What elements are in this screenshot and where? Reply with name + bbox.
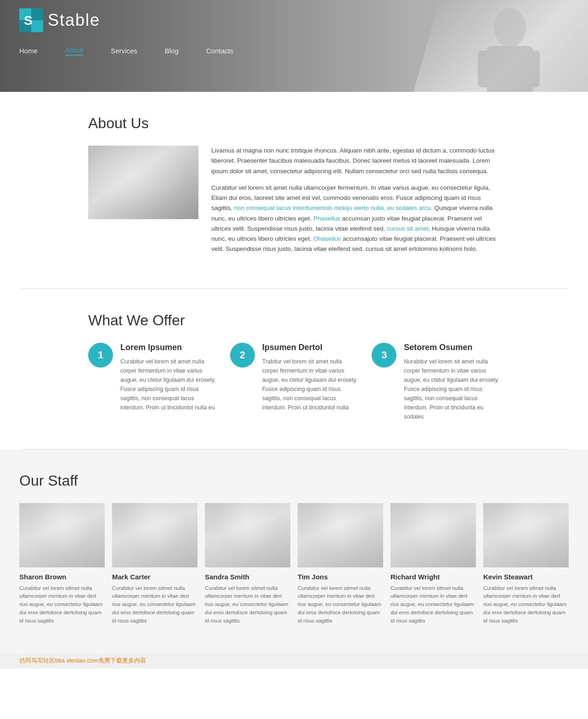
about-title: About Us: [88, 115, 500, 132]
svg-rect-2: [478, 51, 492, 87]
staff-desc-3: Curabitur vel lorem sitmet nulla ullamco…: [298, 584, 383, 625]
staff-name-1: Mark Carter: [112, 573, 198, 581]
offer-title: What We Offer: [88, 312, 500, 329]
about-link1[interactable]: non consequat lacus interdumertolo mokij…: [234, 204, 431, 211]
nav-item-blog[interactable]: Blog: [165, 47, 179, 55]
nav-item-home[interactable]: Home: [19, 47, 38, 55]
offer-desc-2: Trabitur vel lorem sit amet nulla corper…: [262, 357, 358, 412]
offer-section: What We Offer 1 Lorem Ipsumen Curabitur …: [69, 289, 519, 449]
offer-number-3: 3: [372, 343, 396, 368]
staff-item-4: Richard Wright Curabitur vel lorem sitme…: [390, 503, 476, 625]
about-text: Livamus at magna non nunc tristique rhon…: [211, 146, 500, 261]
offer-item-3: 3 Setorem Osumen Nurabitur vel lorem sit…: [372, 343, 500, 421]
offer-grid: 1 Lorem Ipsumen Curabitur vel lorem sit …: [88, 343, 500, 421]
staff-item-1: Mark Carter Curabitur vel lorem sitmet n…: [112, 503, 198, 625]
offer-number-1: 1: [88, 343, 113, 368]
about-link2[interactable]: Phasellus: [313, 215, 340, 222]
svg-rect-8: [31, 8, 43, 20]
offer-item-1: 1 Lorem Ipsumen Curabitur vel lorem sit …: [88, 343, 216, 421]
staff-photo-0: [19, 503, 105, 567]
main-nav: Home About Services Blog Contacts: [19, 46, 569, 56]
staff-photo-2: [205, 503, 290, 567]
staff-item-0: Sharon Brown Curabitur vel lorem sitmet …: [19, 503, 105, 625]
about-image: [88, 146, 198, 219]
staff-photo-inner-1: [112, 503, 198, 567]
staff-photo-inner-4: [390, 503, 476, 567]
watermark-text: 仿同鸟写社区bbs.xlenlao.com免费下载更多内容: [19, 657, 146, 664]
offer-text-2: Ipsumen Dertol Trabitur vel lorem sit am…: [262, 343, 358, 412]
svg-rect-3: [526, 51, 540, 87]
offer-text-1: Lorem Ipsumen Curabitur vel lorem sit am…: [120, 343, 216, 412]
logo-icon: S: [19, 8, 43, 32]
staff-photo-4: [390, 503, 476, 567]
staff-title: Our Staff: [19, 472, 569, 489]
nav-item-contacts[interactable]: Contacts: [206, 47, 233, 55]
about-section: About Us Livamus at magna non nunc trist…: [69, 92, 519, 289]
staff-desc-4: Curabitur vel lorem sitmet nulla ullamco…: [390, 584, 476, 625]
staff-name-5: Kevin Steawart: [483, 573, 569, 581]
about-para1: Livamus at magna non nunc tristique rhon…: [211, 146, 500, 176]
staff-photo-inner-0: [19, 503, 105, 567]
staff-grid: Sharon Brown Curabitur vel lorem sitmet …: [19, 503, 569, 625]
staff-desc-5: Curabitur vel lorem sitmet nulla ullamco…: [483, 584, 569, 625]
staff-photo-inner-2: [205, 503, 290, 567]
logo-area: S Stable: [19, 8, 569, 32]
staff-photo-inner-5: [483, 503, 569, 567]
logo-text: Stable: [48, 11, 100, 30]
staff-name-3: Tim Jons: [298, 573, 383, 581]
about-image-inner: [88, 146, 198, 219]
staff-item-2: Sandra Smith Curabitur vel lorem sitmet …: [205, 503, 290, 625]
nav-item-about[interactable]: About: [65, 46, 83, 56]
nav-item-services[interactable]: Services: [111, 47, 137, 55]
offer-heading-2: Ipsumen Dertol: [262, 343, 358, 352]
staff-photo-1: [112, 503, 198, 567]
staff-photo-5: [483, 503, 569, 567]
offer-item-2: 2 Ipsumen Dertol Trabitur vel lorem sit …: [230, 343, 358, 421]
about-link3[interactable]: cursus sit amet: [387, 225, 429, 232]
watermark: 仿同鸟写社区bbs.xlenlao.com免费下载更多内容: [0, 653, 588, 668]
svg-rect-6: [31, 20, 43, 32]
offer-number-2: 2: [230, 343, 255, 368]
staff-desc-0: Curabitur vel lorem sitmet nulla ullamco…: [19, 584, 105, 625]
about-para2: Curabitur vel lorem sit amet nulla ullam…: [211, 183, 500, 255]
staff-name-4: Richard Wright: [390, 573, 476, 581]
about-link4[interactable]: Ohasellus: [313, 235, 341, 242]
offer-text-3: Setorem Osumen Nurabitur vel lorem sit a…: [404, 343, 500, 421]
about-content: Livamus at magna non nunc tristique rhon…: [88, 146, 500, 261]
offer-desc-1: Curabitur vel lorem sit amet nulla corpe…: [120, 357, 216, 412]
staff-name-2: Sandra Smith: [205, 573, 290, 581]
offer-desc-3: Nurabitur vel lorem sit amet nulla corpe…: [404, 357, 500, 421]
staff-photo-inner-3: [298, 503, 383, 567]
header: S Stable Home About Services Blog Contac…: [0, 0, 588, 92]
staff-item-3: Tim Jons Curabitur vel lorem sitmet null…: [298, 503, 383, 625]
staff-desc-1: Curabitur vel lorem sitmet nulla ullamco…: [112, 584, 198, 625]
staff-name-0: Sharon Brown: [19, 573, 105, 581]
staff-item-5: Kevin Steawart Curabitur vel lorem sitme…: [483, 503, 569, 625]
offer-heading-3: Setorem Osumen: [404, 343, 500, 352]
staff-photo-3: [298, 503, 383, 567]
header-content: S Stable Home About Services Blog Contac…: [0, 0, 588, 56]
staff-desc-2: Curabitur vel lorem sitmet nulla ullamco…: [205, 584, 290, 625]
svg-text:S: S: [24, 13, 33, 28]
offer-heading-1: Lorem Ipsumen: [120, 343, 216, 352]
staff-section: Our Staff Sharon Brown Curabitur vel lor…: [0, 449, 588, 653]
